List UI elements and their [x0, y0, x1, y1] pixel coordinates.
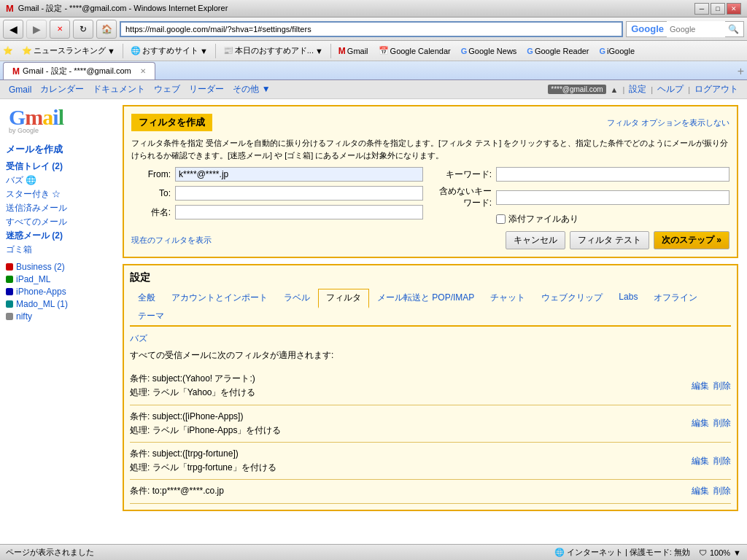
filter-item-3-actions: 編集 削除	[686, 485, 731, 497]
help-link[interactable]: ヘルプ	[657, 83, 684, 96]
compose-button[interactable]: メールを作成	[6, 143, 107, 156]
next-button[interactable]: 次のステップ »	[654, 231, 729, 249]
home-button[interactable]: 🏠	[96, 20, 117, 39]
label-ipad-link[interactable]: iPad_ML	[16, 274, 50, 284]
close-button[interactable]: ✕	[727, 3, 741, 15]
filter-3-delete[interactable]: 削除	[713, 485, 731, 497]
gmail-nav-more[interactable]: その他 ▼	[233, 83, 270, 96]
back-button[interactable]: ◀	[3, 20, 23, 39]
filter-0-delete[interactable]: 削除	[713, 380, 731, 392]
label-business[interactable]: Business (2)	[6, 262, 107, 272]
refresh-button[interactable]: ↻	[73, 20, 93, 39]
test-button[interactable]: フィルタ テスト	[570, 231, 649, 249]
toolbar-recommended-sites[interactable]: 🌐 おすすめサイト ▼	[126, 44, 212, 58]
exclude-input[interactable]	[496, 190, 729, 205]
search-icon[interactable]: 🔍	[728, 24, 739, 34]
toolbar-google-news[interactable]: G Google News	[457, 45, 522, 57]
label-section: Business (2) iPad_ML iPhone-Apps Mado_ML…	[6, 262, 107, 322]
label-ipad[interactable]: iPad_ML	[6, 274, 107, 284]
toolbar-news-ranking[interactable]: ⭐ ニュースランキング ▼	[18, 44, 120, 58]
to-input[interactable]	[175, 186, 423, 201]
sidebar-inbox[interactable]: 受信トレイ (2)	[6, 160, 107, 173]
filter-2-edit[interactable]: 編集	[692, 455, 709, 467]
attachment-row: 添付ファイルあり	[438, 213, 729, 225]
minimize-button[interactable]: ─	[694, 3, 709, 15]
tab-account[interactable]: アカウントとインポート	[163, 289, 276, 307]
search-input[interactable]	[667, 21, 725, 37]
attachment-checkbox[interactable]	[496, 214, 506, 224]
keyword-input[interactable]	[496, 167, 729, 182]
label-iphone-link[interactable]: iPhone-Apps	[16, 287, 66, 297]
tab-general[interactable]: 全般	[130, 289, 163, 307]
gmail-nav-docs[interactable]: ドキュメント	[93, 83, 145, 96]
gmail-nav-calendar[interactable]: カレンダー	[40, 83, 84, 96]
address-input[interactable]	[120, 21, 623, 37]
filter-item-1: 条件: subject:([iPhone-Apps]) 処理: ラベル「iPho…	[130, 405, 731, 443]
attachment-label: 添付ファイルあり	[508, 213, 578, 225]
gmail-toolbar-icon: M	[338, 46, 346, 56]
toolbar-igoogle[interactable]: G iGoogle	[595, 45, 639, 57]
tab-theme[interactable]: テーマ	[130, 307, 172, 325]
tab-webclip[interactable]: ウェブクリップ	[533, 289, 611, 307]
tab-forwarding[interactable]: メール転送と POP/IMAP	[369, 289, 482, 307]
toolbar-calendar[interactable]: 📅 Google Calendar	[374, 44, 455, 57]
settings-link[interactable]: 設定	[629, 83, 646, 96]
cancel-button[interactable]: キャンセル	[506, 231, 565, 249]
forward-button[interactable]: ▶	[26, 20, 47, 39]
label-mado-link[interactable]: Mado_ML (1)	[16, 299, 68, 309]
maximize-button[interactable]: □	[711, 3, 725, 15]
filter-title-bar: フィルタを作成 フィルタ オプションを表示しない	[131, 114, 729, 131]
tab-gmail-icon: M	[12, 66, 20, 77]
filter-item-2-actions: 編集 削除	[686, 455, 731, 467]
filter-description: フィルタ条件を指定 受信メールを自動的に振り分けるフィルタの条件を指定します。[…	[131, 137, 729, 161]
tab-chat[interactable]: チャット	[482, 289, 533, 307]
sidebar-buzz[interactable]: バズ 🌐	[6, 174, 107, 187]
toolbar-gmail[interactable]: M Gmail	[334, 44, 373, 58]
tab-close-icon[interactable]: ✕	[140, 67, 146, 75]
sidebar-trash[interactable]: ゴミ箱	[6, 244, 107, 256]
filter-1-edit[interactable]: 編集	[692, 417, 709, 429]
label-business-link[interactable]: Business (2)	[16, 262, 65, 272]
filter-option-link[interactable]: フィルタ オプションを表示しない	[607, 117, 729, 128]
sidebar-sent[interactable]: 送信済みメール	[6, 202, 107, 214]
gmail-nav-web[interactable]: ウェブ	[154, 83, 180, 96]
baz-link[interactable]: バズ	[130, 332, 731, 345]
label-nifty[interactable]: nifty	[6, 311, 107, 322]
filter-0-edit[interactable]: 編集	[692, 380, 709, 392]
current-filters-link[interactable]: 現在のフィルタを表示	[131, 235, 212, 246]
toolbar-today-ad[interactable]: 📰 本日のおすすめアド... ▼	[219, 44, 328, 58]
filter-1-delete[interactable]: 削除	[713, 417, 731, 429]
gmail-nav-reader[interactable]: リーダー	[189, 83, 224, 96]
subject-input[interactable]	[175, 205, 423, 219]
label-iphone[interactable]: iPhone-Apps	[6, 287, 107, 297]
label-dot-gray	[6, 313, 13, 320]
tab-offline[interactable]: オフライン	[646, 289, 705, 307]
window-title: Gmail - 設定 - ****@gmail.com - Windows In…	[18, 3, 228, 14]
toolbar-google-reader[interactable]: G Google Reader	[522, 45, 593, 57]
label-mado[interactable]: Mado_ML (1)	[6, 299, 107, 309]
gmail-logo: Gmail	[9, 105, 108, 130]
sidebar: メールを作成 受信トレイ (2) バズ 🌐 スター付き ☆ 送信済みメール すべ…	[0, 137, 113, 330]
tab-labels[interactable]: ラベル	[276, 289, 318, 307]
filter-list-description: すべての受信メールに次のフィルタが適用されます:	[130, 349, 731, 362]
sidebar-starred[interactable]: スター付き ☆	[6, 188, 107, 201]
new-tab-icon[interactable]: +	[738, 65, 744, 78]
tab-filters[interactable]: フィルタ	[318, 289, 369, 308]
filter-3-edit[interactable]: 編集	[692, 485, 709, 497]
filter-condition-2: 条件: subject:([trpg-fortune])	[130, 447, 276, 461]
stop-button[interactable]: ✕	[50, 20, 70, 39]
filter-2-delete[interactable]: 削除	[713, 455, 731, 467]
sidebar-spam[interactable]: 迷惑メール (2)	[6, 230, 107, 242]
gmail-nav-gmail[interactable]: Gmail	[9, 85, 31, 95]
label-nifty-link[interactable]: nifty	[16, 311, 32, 322]
logout-link[interactable]: ログアウト	[694, 83, 738, 96]
title-bar: M Gmail - 設定 - ****@gmail.com - Windows …	[0, 0, 747, 18]
from-input[interactable]	[175, 167, 423, 182]
gmail-tab[interactable]: M Gmail - 設定 - ****@gmail.com ✕	[3, 62, 155, 79]
filter-create-box: フィルタを作成 フィルタ オプションを表示しない フィルタ条件を指定 受信メール…	[123, 105, 738, 258]
sidebar-all[interactable]: すべてのメール	[6, 216, 107, 228]
reader-icon: G	[527, 47, 533, 55]
filter-form-left: From: To: 件名:	[131, 167, 423, 225]
tab-labs[interactable]: Labs	[611, 289, 646, 307]
settings-area: 設定 全般 アカウントとインポート ラベル フィルタ メール転送と POP/IM…	[123, 264, 738, 510]
